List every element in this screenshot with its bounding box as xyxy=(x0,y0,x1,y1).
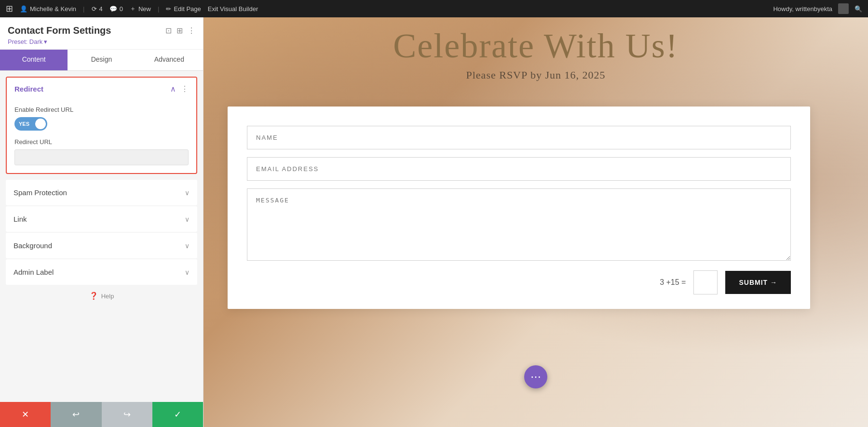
redirect-url-input[interactable] xyxy=(14,149,189,165)
panel-title: Contact Form Settings xyxy=(8,25,111,36)
right-content: Celebrate With Us! Please RSVP by Jun 16… xyxy=(203,17,868,427)
search-icon[interactable]: 🔍 xyxy=(854,5,862,13)
save-icon: ✓ xyxy=(174,409,181,420)
captcha-text: 3 +15 = xyxy=(660,278,686,287)
site-icon: 👤 xyxy=(20,5,27,13)
undo-icon: ↩ xyxy=(72,409,80,420)
form-footer: 3 +15 = SUBMIT → xyxy=(247,270,791,294)
email-input[interactable] xyxy=(247,157,791,181)
redirect-title: Redirect xyxy=(14,85,43,93)
message-textarea[interactable] xyxy=(247,188,791,261)
panel-title-row: Contact Form Settings ⊡ ⊞ ⋮ xyxy=(8,25,195,36)
avatar xyxy=(838,3,849,14)
link-section: Link ∨ xyxy=(6,206,197,232)
exit-builder-item[interactable]: Exit Visual Builder xyxy=(208,5,258,13)
redirect-section-controls: ∧ ⋮ xyxy=(170,84,189,93)
tab-content[interactable]: Content xyxy=(0,50,68,70)
new-item[interactable]: ＋ New xyxy=(130,4,151,13)
admin-label-chevron-icon: ∨ xyxy=(185,268,190,276)
form-container: 3 +15 = SUBMIT → xyxy=(228,107,810,309)
background-title: Background xyxy=(14,241,52,250)
plus-icon: ＋ xyxy=(130,4,136,13)
comments-item[interactable]: 💬 0 xyxy=(109,5,123,13)
resize-icon[interactable]: ⊡ xyxy=(165,26,172,35)
admin-label-header[interactable]: Admin Label ∨ xyxy=(6,259,197,285)
help-icon: ❓ xyxy=(89,292,98,300)
preset-row[interactable]: Preset: Dark ▾ xyxy=(8,38,195,45)
redirect-collapse-icon[interactable]: ∧ xyxy=(170,84,176,93)
panel-title-icons: ⊡ ⊞ ⋮ xyxy=(165,26,195,35)
site-name[interactable]: 👤 Michelle & Kevin xyxy=(20,5,76,13)
spam-protection-section: Spam Protection ∨ xyxy=(6,180,197,205)
redo-button[interactable]: ↪ xyxy=(102,402,152,427)
panel-content: Redirect ∧ ⋮ Enable Redirect URL YES Re xyxy=(0,71,203,402)
background-section: Background ∨ xyxy=(6,233,197,258)
admin-label-section: Admin Label ∨ xyxy=(6,259,197,285)
hero-text-area: Celebrate With Us! Please RSVP by Jun 16… xyxy=(203,17,868,91)
spam-protection-chevron-icon: ∨ xyxy=(185,189,190,197)
background-header[interactable]: Background ∨ xyxy=(6,233,197,258)
howdy-text: Howdy, writtenbyekta xyxy=(773,5,832,13)
admin-label-title: Admin Label xyxy=(14,268,54,276)
revisions-item[interactable]: ⟳ 4 xyxy=(92,5,103,13)
preset-chevron-icon: ▾ xyxy=(44,38,47,45)
pencil-icon: ✏ xyxy=(166,5,171,13)
revisions-icon: ⟳ xyxy=(92,5,97,13)
admin-bar: ⊞ 👤 Michelle & Kevin | ⟳ 4 💬 0 ＋ New | ✏… xyxy=(0,0,868,17)
tabs: Content Design Advanced xyxy=(0,50,203,71)
more-icon[interactable]: ⋮ xyxy=(188,26,195,35)
enable-redirect-toggle-wrap: YES xyxy=(14,117,189,131)
panel-header: Contact Form Settings ⊡ ⊞ ⋮ Preset: Dark… xyxy=(0,17,203,50)
redo-icon: ↪ xyxy=(123,409,131,420)
help-section[interactable]: ❓ Help xyxy=(0,286,203,306)
hero-title-main: elebrate With Us! xyxy=(417,27,678,65)
fab-dots-icon: ⋯ xyxy=(530,371,541,383)
close-icon: ✕ xyxy=(22,409,29,420)
redirect-section: Redirect ∧ ⋮ Enable Redirect URL YES Re xyxy=(6,77,197,174)
name-input[interactable] xyxy=(247,126,791,149)
link-title: Link xyxy=(14,215,27,223)
redirect-section-body: Enable Redirect URL YES Redirect URL xyxy=(7,100,196,173)
spam-protection-title: Spam Protection xyxy=(14,188,67,197)
admin-bar-right: Howdy, writtenbyekta 🔍 xyxy=(773,3,862,14)
redirect-url-label: Redirect URL xyxy=(14,138,189,146)
comments-icon: 💬 xyxy=(109,5,117,13)
bottom-bar: ✕ ↩ ↪ ✓ xyxy=(0,402,203,427)
wordpress-logo-icon[interactable]: ⊞ xyxy=(6,3,13,14)
tab-advanced[interactable]: Advanced xyxy=(136,50,203,70)
preset-label: Preset: Dark xyxy=(8,38,42,45)
save-button[interactable]: ✓ xyxy=(152,402,203,427)
hero-title: Celebrate With Us! xyxy=(213,27,858,65)
undo-button[interactable]: ↩ xyxy=(51,402,101,427)
floating-action-button[interactable]: ⋯ xyxy=(524,365,547,388)
main-layout: Contact Form Settings ⊡ ⊞ ⋮ Preset: Dark… xyxy=(0,17,868,427)
columns-icon[interactable]: ⊞ xyxy=(176,26,183,35)
tab-design[interactable]: Design xyxy=(68,50,135,70)
hero-title-prefix: C xyxy=(393,27,417,65)
link-chevron-icon: ∨ xyxy=(185,215,190,223)
link-header[interactable]: Link ∨ xyxy=(6,206,197,232)
admin-bar-left: ⊞ 👤 Michelle & Kevin | ⟳ 4 💬 0 ＋ New | ✏… xyxy=(6,3,765,14)
help-label: Help xyxy=(101,293,114,300)
spam-protection-header[interactable]: Spam Protection ∨ xyxy=(6,180,197,205)
redirect-section-header[interactable]: Redirect ∧ ⋮ xyxy=(7,78,196,100)
toggle-knob xyxy=(35,119,46,129)
toggle-yes-label: YES xyxy=(16,121,29,127)
submit-button[interactable]: SUBMIT → xyxy=(725,271,791,294)
close-button[interactable]: ✕ xyxy=(0,402,51,427)
redirect-more-icon[interactable]: ⋮ xyxy=(181,84,189,93)
enable-redirect-label: Enable Redirect URL xyxy=(14,106,189,113)
background-chevron-icon: ∨ xyxy=(185,242,190,250)
edit-page-item[interactable]: ✏ Edit Page xyxy=(166,5,201,13)
enable-redirect-toggle[interactable]: YES xyxy=(14,117,47,131)
captcha-input-box[interactable] xyxy=(693,270,718,294)
left-panel: Contact Form Settings ⊡ ⊞ ⋮ Preset: Dark… xyxy=(0,17,203,427)
hero-subtitle: Please RSVP by Jun 16, 2025 xyxy=(213,69,858,81)
